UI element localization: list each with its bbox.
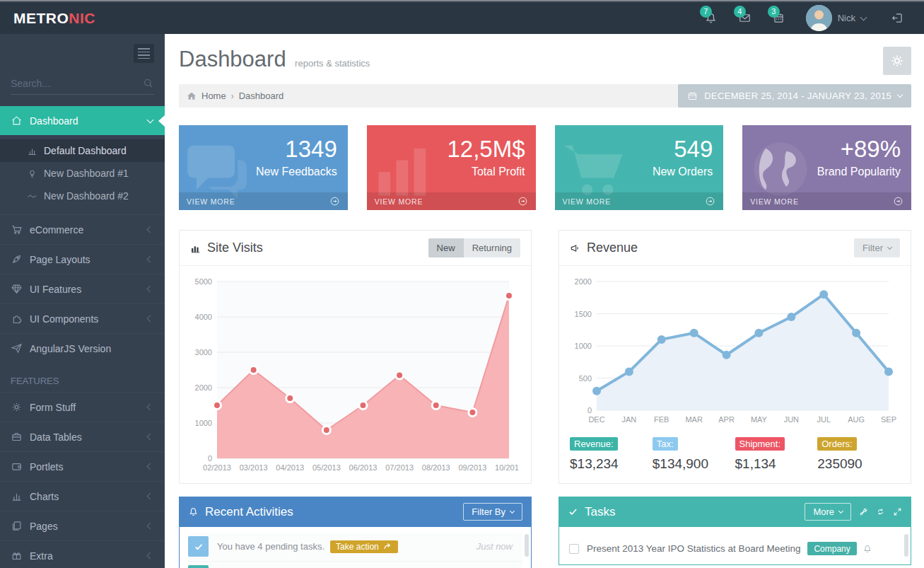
gem-icon xyxy=(11,283,23,295)
bar-chart-icon xyxy=(190,243,201,254)
search-input[interactable] xyxy=(11,78,142,89)
home-icon xyxy=(187,91,197,101)
inbox-count-badge: 4 xyxy=(734,6,746,18)
check-icon xyxy=(188,565,209,568)
todo-button[interactable]: 3 xyxy=(764,2,795,34)
svg-text:3000: 3000 xyxy=(195,348,212,357)
sidebar-item-new-dashboard-1[interactable]: New Dashboard #1 xyxy=(0,162,165,185)
stat-tile-brand-popularity[interactable]: +89% Brand Popularity VIEW MORE xyxy=(742,125,911,210)
svg-text:1000: 1000 xyxy=(575,342,592,350)
sidebar-item-form-stuff[interactable]: Form Stuff xyxy=(0,392,165,422)
stat-tile-total-profit[interactable]: 12,5M$ Total Profit VIEW MORE xyxy=(367,125,536,210)
logout-button[interactable] xyxy=(882,2,913,34)
briefcase-icon xyxy=(11,431,23,443)
app-logo[interactable]: METRONIC xyxy=(0,10,165,27)
svg-text:AUG: AUG xyxy=(848,415,865,424)
chevron-left-icon xyxy=(147,552,154,560)
sidebar-item-data-tables[interactable]: Data Tables xyxy=(0,422,165,451)
task-checkbox[interactable] xyxy=(569,544,579,554)
chevron-left-icon xyxy=(147,256,154,263)
app-root: METRONIC 7 4 3 Nick xyxy=(0,0,924,568)
sidebar-item-default-dashboard[interactable]: Default Dashboard xyxy=(0,139,165,162)
sidebar-item-portlets[interactable]: Portlets xyxy=(0,451,165,481)
sidebar-item-page-layouts[interactable]: Page Layouts xyxy=(0,244,165,274)
page-settings-button[interactable] xyxy=(883,47,911,75)
stat-value: 1349 xyxy=(179,136,337,163)
user-menu[interactable]: Nick xyxy=(797,5,875,31)
svg-text:1000: 1000 xyxy=(195,419,212,427)
svg-text:08/2013: 08/2013 xyxy=(422,463,450,472)
portlet-title: Revenue xyxy=(570,240,638,255)
bell-icon xyxy=(188,506,199,517)
tab-new[interactable]: New xyxy=(428,238,464,257)
stat-label: Total Profit xyxy=(367,166,525,178)
refresh-icon[interactable] xyxy=(876,507,885,516)
sidebar-toggler-button[interactable] xyxy=(134,44,154,63)
status-badge: Revenue: xyxy=(570,437,618,451)
view-more-link[interactable]: VIEW MORE xyxy=(742,192,911,210)
date-range-text: DECEMBER 25, 2014 - JANUARY 23, 2015 xyxy=(704,91,891,101)
scrollbar[interactable] xyxy=(904,534,908,557)
date-range-picker[interactable]: DECEMBER 25, 2014 - JANUARY 23, 2015 xyxy=(678,84,911,108)
breadcrumb-home-link[interactable]: Home xyxy=(201,91,226,101)
tab-returning[interactable]: Returning xyxy=(464,238,520,257)
view-more-link[interactable]: VIEW MORE xyxy=(179,192,348,210)
sidebar-item-angularjs-version[interactable]: AngularJS Version xyxy=(0,333,165,363)
sidebar-item-ecommerce[interactable]: eCommerce xyxy=(0,214,165,244)
scrollbar[interactable] xyxy=(525,534,529,557)
curved-arrow-icon xyxy=(383,542,392,551)
view-more-link[interactable]: VIEW MORE xyxy=(555,192,724,210)
site-visits-chart: 01000200030004000500002/201303/201304/20… xyxy=(190,274,519,475)
sidebar-item-ui-features[interactable]: UI Features xyxy=(0,274,165,303)
filter-by-dropdown[interactable]: Filter By xyxy=(463,503,522,521)
wrench-icon[interactable] xyxy=(859,507,868,516)
gift-icon xyxy=(11,550,23,562)
svg-text:06/2013: 06/2013 xyxy=(349,463,378,472)
stat-orders: Orders: 235090 xyxy=(817,437,900,472)
svg-text:MAY: MAY xyxy=(751,415,768,424)
take-action-button[interactable]: Take action xyxy=(330,540,398,553)
stat-label: New Feedbacks xyxy=(179,166,337,178)
notifications-button[interactable]: 7 xyxy=(696,2,727,34)
sidebar-search xyxy=(11,77,154,95)
stat-revenue: Revenue: $13,234 xyxy=(570,437,653,472)
sidebar-item-charts[interactable]: Charts xyxy=(0,481,165,511)
list-item: Present 2013 Year IPO Statistics at Boar… xyxy=(568,533,902,564)
revenue-filter-dropdown[interactable]: Filter xyxy=(854,238,900,257)
topbar-actions: 7 4 3 Nick xyxy=(696,2,924,34)
svg-text:09/2013: 09/2013 xyxy=(458,463,486,472)
svg-text:05/2013: 05/2013 xyxy=(312,463,341,472)
expand-icon[interactable] xyxy=(893,507,902,516)
pages-icon xyxy=(11,520,23,532)
chevron-left-icon xyxy=(147,493,154,500)
sidebar-item-dashboard[interactable]: Dashboard xyxy=(0,106,165,135)
more-dropdown[interactable]: More xyxy=(805,503,851,521)
list-item[interactable]: You have 4 pending tasks. Take action Ju… xyxy=(188,533,522,562)
bell-icon[interactable] xyxy=(862,544,872,554)
sidebar-item-ui-components[interactable]: UI Components xyxy=(0,303,165,333)
inbox-button[interactable]: 4 xyxy=(730,2,761,34)
stat-value: 549 xyxy=(555,136,713,163)
tasks-list: Present 2013 Year IPO Statistics at Boar… xyxy=(559,527,911,565)
calendar-icon xyxy=(687,91,698,101)
svg-text:500: 500 xyxy=(579,374,592,383)
user-name: Nick xyxy=(838,13,855,23)
stat-label: New Orders xyxy=(555,166,713,178)
stat-tile-new-feedbacks[interactable]: 1349 New Feedbacks VIEW MORE xyxy=(179,125,348,210)
tasks-portlet: Tasks More xyxy=(559,497,911,568)
sidebar-item-extra[interactable]: Extra xyxy=(0,540,165,568)
chevron-left-icon xyxy=(147,315,154,323)
trend-line-icon xyxy=(27,191,37,202)
svg-text:APR: APR xyxy=(718,415,735,424)
list-item[interactable] xyxy=(188,562,522,568)
stat-tile-new-orders[interactable]: 549 New Orders VIEW MORE xyxy=(555,125,724,210)
wallet-icon xyxy=(11,460,23,473)
svg-text:DEC: DEC xyxy=(588,415,604,424)
status-badge: Orders: xyxy=(817,437,856,451)
sidebar-item-pages[interactable]: Pages xyxy=(0,511,165,540)
svg-text:FEB: FEB xyxy=(654,415,669,424)
gear-icon xyxy=(11,401,23,413)
timestamp: Just now xyxy=(476,541,513,552)
sidebar-item-new-dashboard-2[interactable]: New Dashboard #2 xyxy=(0,185,165,207)
view-more-link[interactable]: VIEW MORE xyxy=(367,192,536,210)
